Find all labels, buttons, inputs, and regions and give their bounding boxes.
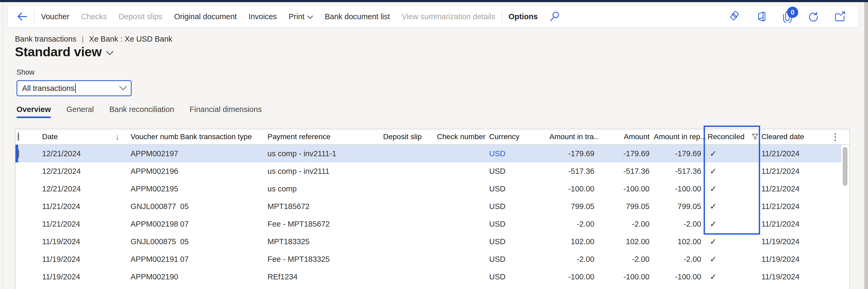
cell-currency[interactable]: USD bbox=[487, 149, 549, 158]
column-header-deposit-slip[interactable]: Deposit slip bbox=[381, 133, 435, 141]
cell-currency[interactable]: USD bbox=[487, 220, 549, 229]
row-select-cell[interactable] bbox=[16, 167, 34, 176]
cell-date[interactable]: 11/19/2024 bbox=[34, 255, 128, 264]
cell-reconciled-checkmark[interactable]: ✓ bbox=[706, 184, 759, 194]
row-select-cell[interactable] bbox=[16, 272, 34, 281]
cell-date[interactable]: 11/21/2024 bbox=[34, 202, 128, 211]
cell-date[interactable]: 11/19/2024 bbox=[34, 272, 128, 281]
cell-cleared-date[interactable]: 11/21/2024 bbox=[759, 220, 829, 229]
apps-button[interactable] bbox=[730, 11, 741, 22]
cell-amount[interactable]: -179.69 bbox=[599, 149, 654, 158]
cell-cleared-date[interactable]: 11/21/2024 bbox=[759, 184, 829, 193]
table-row[interactable]: 11/19/2024 APPM002191 07 Fee - MPT183325… bbox=[16, 250, 841, 268]
tab-general[interactable]: General bbox=[66, 105, 94, 118]
cell-date[interactable]: 12/21/2024 bbox=[34, 167, 128, 176]
cell-amount-in-transaction[interactable]: 799.05 bbox=[549, 202, 599, 211]
cell-voucher-number[interactable]: APPM002191 bbox=[128, 255, 178, 264]
page-scrollbar[interactable] bbox=[864, 2, 868, 289]
menu-item-voucher[interactable]: Voucher bbox=[41, 12, 69, 21]
column-header-reconciled[interactable]: Reconciled bbox=[706, 133, 759, 141]
cell-reconciled-checkmark[interactable]: ✓ bbox=[706, 254, 759, 264]
cell-currency[interactable]: USD bbox=[487, 202, 549, 211]
cell-voucher-number[interactable]: GNJL000875 bbox=[128, 237, 178, 246]
grid-more-options-button[interactable]: ⋮ bbox=[829, 132, 841, 142]
cell-cleared-date[interactable]: 11/21/2024 bbox=[759, 202, 829, 211]
cell-bank-transaction-type[interactable]: 07 bbox=[178, 255, 266, 264]
tab-overview[interactable]: Overview bbox=[17, 105, 51, 118]
cell-amount[interactable]: -517.36 bbox=[599, 167, 654, 176]
menu-item-deposit-slips[interactable]: Deposit slips bbox=[119, 12, 162, 21]
row-select-cell[interactable] bbox=[16, 220, 34, 229]
column-header-currency[interactable]: Currency bbox=[487, 133, 549, 141]
row-select-cell[interactable] bbox=[16, 184, 34, 193]
cell-reconciled-checkmark[interactable]: ✓ bbox=[706, 272, 759, 282]
cell-voucher-number[interactable]: GNJL000877 bbox=[128, 202, 178, 211]
cell-amount-in-transaction[interactable]: -2.00 bbox=[549, 255, 599, 264]
column-header-payment-reference[interactable]: Payment reference bbox=[266, 133, 381, 141]
cell-reconciled-checkmark[interactable]: ✓ bbox=[706, 149, 759, 158]
cell-amount[interactable]: 799.05 bbox=[599, 202, 654, 211]
back-button[interactable] bbox=[17, 11, 28, 22]
row-select-cell[interactable] bbox=[16, 255, 34, 264]
breadcrumb-page[interactable]: Bank transactions bbox=[15, 35, 76, 44]
cell-reconciled-checkmark[interactable]: ✓ bbox=[706, 237, 759, 247]
cell-voucher-number[interactable]: APPM002190 bbox=[128, 272, 178, 281]
office-apps-button[interactable] bbox=[756, 11, 767, 22]
row-select-circle-icon[interactable] bbox=[18, 149, 19, 158]
cell-amount-in-transaction[interactable]: -517.36 bbox=[549, 167, 599, 176]
cell-amount-in-transaction[interactable]: -2.00 bbox=[549, 220, 599, 229]
table-row[interactable]: 11/19/2024 APPM002190 REf1234 USD -100.0… bbox=[16, 268, 841, 286]
cell-amount-in-reporting[interactable]: 799.05 bbox=[654, 202, 706, 211]
cell-voucher-number[interactable]: APPM002197 bbox=[128, 149, 178, 158]
chevron-down-icon[interactable] bbox=[119, 86, 127, 91]
cell-amount-in-reporting[interactable]: -2.00 bbox=[654, 220, 706, 229]
column-header-voucher-number[interactable]: Voucher number bbox=[128, 133, 178, 141]
cell-reconciled-checkmark[interactable]: ✓ bbox=[706, 202, 759, 211]
cell-cleared-date[interactable]: 11/19/2024 bbox=[759, 272, 829, 281]
cell-bank-transaction-type[interactable]: 05 bbox=[178, 202, 266, 211]
search-button[interactable] bbox=[549, 11, 560, 22]
menu-item-checks[interactable]: Checks bbox=[81, 12, 107, 21]
grid-scrollbar-thumb[interactable] bbox=[843, 147, 847, 186]
cell-cleared-date[interactable]: 11/19/2024 bbox=[759, 255, 829, 264]
menu-item-bank-document-list[interactable]: Bank document list bbox=[325, 12, 390, 21]
cell-amount-in-transaction[interactable]: -100.00 bbox=[549, 272, 599, 281]
column-header-bank-transaction-type[interactable]: Bank transaction type bbox=[178, 133, 266, 141]
column-header-amount-in-transaction[interactable]: Amount in tra... bbox=[549, 133, 599, 141]
cell-bank-transaction-type[interactable]: 07 bbox=[178, 220, 266, 229]
view-selector[interactable]: Standard view bbox=[15, 44, 114, 59]
cell-amount[interactable]: 102.00 bbox=[599, 237, 654, 246]
table-row[interactable]: 11/21/2024 APPM002198 07 Fee - MPT185672… bbox=[16, 215, 841, 233]
row-select-cell[interactable] bbox=[16, 202, 34, 211]
cell-amount[interactable]: -2.00 bbox=[599, 255, 654, 264]
table-row[interactable]: 12/21/2024 APPM002195 us comp USD -100.0… bbox=[16, 180, 841, 198]
cell-currency[interactable]: USD bbox=[487, 167, 549, 176]
select-all-checkbox[interactable] bbox=[16, 133, 34, 141]
cell-cleared-date[interactable]: 11/21/2024 bbox=[759, 149, 829, 158]
cell-date[interactable]: 11/21/2024 bbox=[34, 220, 128, 229]
cell-currency[interactable]: USD bbox=[487, 272, 549, 281]
cell-currency[interactable]: USD bbox=[487, 255, 549, 264]
row-select-cell[interactable] bbox=[16, 149, 34, 158]
cell-payment-reference[interactable]: Fee - MPT185672 bbox=[266, 220, 381, 229]
cell-currency[interactable]: USD bbox=[487, 237, 549, 246]
grid-scrollbar[interactable] bbox=[842, 145, 848, 289]
cell-amount-in-transaction[interactable]: -100.00 bbox=[549, 184, 599, 193]
tab-bank-reconciliation[interactable]: Bank reconciliation bbox=[109, 105, 174, 118]
cell-amount-in-reporting[interactable]: -100.00 bbox=[654, 184, 706, 193]
cell-amount-in-reporting[interactable]: -179.69 bbox=[654, 149, 706, 158]
filter-funnel-icon[interactable] bbox=[751, 133, 758, 140]
table-row[interactable]: 12/21/2024 APPM002197 us comp - inv2111-… bbox=[16, 145, 841, 162]
cell-amount-in-reporting[interactable]: -100.00 bbox=[654, 272, 706, 281]
table-row[interactable]: 11/21/2024 GNJL000877 05 MPT185672 USD 7… bbox=[16, 198, 841, 215]
cell-amount[interactable]: -100.00 bbox=[599, 184, 654, 193]
column-header-amount-in-reporting[interactable]: Amount in rep... bbox=[654, 133, 706, 141]
cell-payment-reference[interactable]: us comp bbox=[266, 184, 381, 193]
cell-amount[interactable]: -2.00 bbox=[599, 220, 654, 229]
cell-payment-reference[interactable]: MPT183325 bbox=[266, 237, 381, 246]
cell-date[interactable]: 12/21/2024 bbox=[34, 149, 128, 158]
column-header-check-number[interactable]: Check number bbox=[435, 133, 487, 141]
column-header-cleared-date[interactable]: Cleared date bbox=[759, 133, 829, 141]
column-header-amount[interactable]: Amount bbox=[599, 133, 654, 141]
menu-item-print[interactable]: Print bbox=[288, 12, 313, 21]
